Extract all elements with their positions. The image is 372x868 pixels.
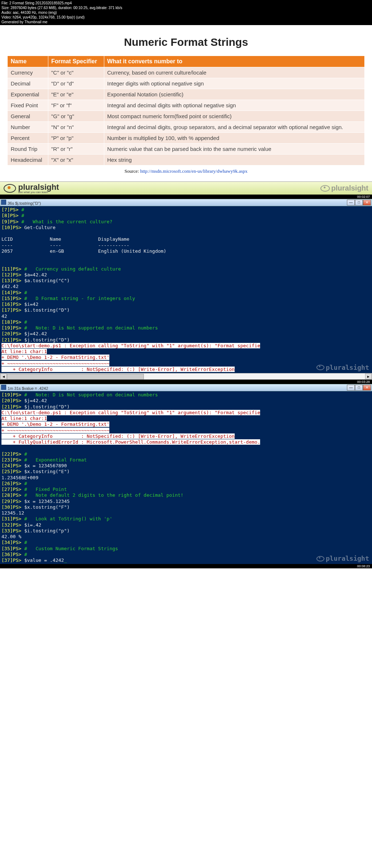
powershell-icon [1, 385, 6, 390]
scroll-track[interactable] [7, 374, 365, 379]
window-title: 36s $j.tostring("D") [8, 201, 41, 205]
table-row: Decimal"D" or "d"Integer digits with opt… [8, 78, 364, 89]
powershell-terminal[interactable]: [7]PS> # [8]PS> # [9]PS> # What is the c… [0, 206, 372, 373]
window-titlebar[interactable]: 36s $j.tostring("D") — □ ✕ [0, 199, 372, 206]
powershell-terminal[interactable]: [19]PS> # Note: D is Not supported on de… [0, 391, 372, 564]
table-row: Percent"P" or "p"Number is multiplied by… [8, 133, 364, 144]
scroll-left-arrow-icon[interactable]: ◄ [0, 373, 7, 379]
pluralsight-logo: pluralsight see what you can learn [4, 183, 59, 194]
window-controls: — □ ✕ [347, 200, 371, 205]
powershell-icon [1, 200, 6, 205]
eye-icon [320, 185, 330, 192]
timecode-bar: 00:08:23 [0, 564, 372, 568]
pluralsight-watermark: pluralsight [316, 555, 369, 563]
close-button[interactable]: ✕ [363, 200, 371, 205]
slide-title: Numeric Format Strings [0, 36, 372, 48]
source-line: Source: http://msdn.microsoft.com/en-us/… [0, 168, 372, 174]
col-specifier: Format Specifier [48, 56, 104, 67]
col-description: What it converts number to [104, 56, 364, 67]
window-title: 1m 31s $value = .4242 [8, 386, 48, 391]
close-button[interactable]: ✕ [363, 385, 371, 391]
table-row: Currency"C" or "c"Currency, based on cur… [8, 67, 364, 78]
source-label: Source: [125, 168, 140, 174]
minimize-button[interactable]: — [347, 200, 355, 205]
col-name: Name [8, 56, 48, 67]
video-frame-3: 1m 31s $value = .4242 — □ ✕ [19]PS> # No… [0, 384, 372, 568]
slide-numeric-format-strings: Numeric Format Strings Name Format Speci… [0, 25, 372, 181]
pluralsight-watermark: pluralsight [320, 184, 368, 192]
table-row: Number"N" or "n"Integral and decimal dig… [8, 122, 364, 133]
eye-icon [4, 184, 16, 193]
file-metadata: File: 2 Format String 20120320185925.mp4… [0, 0, 372, 25]
video-frame-2: pluralsight see what you can learn plura… [0, 181, 372, 384]
file-generator-line: Generated by Thumbnail me [1, 20, 371, 24]
format-strings-table: Name Format Specifier What it converts n… [7, 56, 364, 165]
eye-icon [316, 365, 324, 370]
pluralsight-header: pluralsight see what you can learn plura… [0, 181, 372, 195]
timecode-bar: 00:03:28 [0, 380, 372, 384]
eye-icon [316, 556, 324, 561]
window-titlebar[interactable]: 1m 31s $value = .4242 — □ ✕ [0, 384, 372, 391]
timecode-bar: 00:02:07 [0, 195, 372, 199]
scroll-right-arrow-icon[interactable]: ► [365, 373, 372, 379]
maximize-button[interactable]: □ [355, 385, 363, 391]
file-name-line: File: 2 Format String 20120320185925.mp4 [1, 1, 371, 5]
table-header-row: Name Format Specifier What it converts n… [8, 56, 364, 67]
table-row: Round Trip"R" or "r"Numeric value that c… [8, 144, 364, 155]
scroll-thumb[interactable] [7, 374, 144, 380]
horizontal-scrollbar[interactable]: ◄ ► [0, 373, 372, 380]
file-audio-line: Audio: aac, 44100 Hz, mono (eng) [1, 10, 371, 15]
minimize-button[interactable]: — [347, 385, 355, 391]
window-controls: — □ ✕ [347, 385, 371, 391]
pluralsight-watermark: pluralsight [316, 364, 369, 372]
file-video-line: Video: h264, yuv420p, 1024x768, 15.00 fp… [1, 15, 371, 20]
table-row: Fixed Point"F" or "f"Integral and decima… [8, 100, 364, 111]
table-row: General"G" or "g"Most compact numeric fo… [8, 111, 364, 122]
maximize-button[interactable]: □ [355, 200, 363, 205]
source-link[interactable]: http://msdn.microsoft.com/en-us/library/… [140, 168, 248, 174]
table-row: Hexadecimal"X" or "x"Hex string [8, 155, 364, 165]
file-size-line: Size: 28976040 bytes (27.63 MiB), durati… [1, 5, 371, 10]
table-row: Exponential"E" or "e"Exponential Notatio… [8, 89, 364, 100]
